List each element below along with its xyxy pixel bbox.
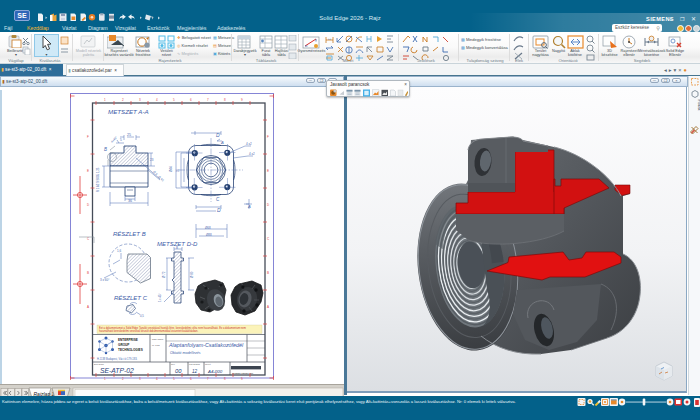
- svg-text:A: A: [247, 204, 251, 209]
- svg-text:B: B: [267, 271, 269, 275]
- svg-text:Ø88: Ø88: [206, 233, 212, 237]
- svg-text:használható kereskedelmi verzi: használható kereskedelmi verzióval készü…: [99, 329, 198, 333]
- svg-text:E: E: [267, 169, 269, 173]
- svg-text:TECHNOLOGIES: TECHNOLOGIES: [118, 348, 143, 352]
- svg-text:R 1 A2 9 S005 1,25: R 1 A2 9 S005 1,25: [96, 167, 100, 192]
- svg-text:1 x 45°: 1 x 45°: [158, 293, 162, 302]
- svg-text:Dok szám: Dok szám: [94, 363, 104, 365]
- svg-text:Ø68: Ø68: [205, 226, 211, 230]
- svg-text:23: 23: [150, 158, 154, 162]
- svg-text:RÉSZLET C: RÉSZLET C: [114, 295, 148, 301]
- svg-text:Ezt a dokumentumot a Solid Edg: Ezt a dokumentumot a Solid Edge Tanulói …: [99, 326, 246, 330]
- svg-text:F: F: [267, 135, 269, 139]
- svg-text:A: A: [87, 305, 89, 309]
- svg-text:SE-ATP-02: SE-ATP-02: [100, 367, 134, 374]
- svg-text:Méret: Méret: [205, 363, 211, 365]
- svg-text:GROUP: GROUP: [118, 343, 129, 347]
- svg-text:ENTERPRISE: ENTERPRISE: [118, 338, 138, 342]
- svg-text:00: 00: [175, 368, 182, 374]
- svg-text:4 x2: 4 x2: [246, 142, 252, 146]
- svg-text:MINDEN MÉRET mm: MINDEN MÉRET mm: [232, 372, 253, 374]
- svg-text:Alaptanfolyam-Csatlakozófedél: Alaptanfolyam-Csatlakozófedél: [168, 342, 244, 348]
- svg-text:A: A: [220, 140, 224, 145]
- svg-text:1,6: 1,6: [117, 249, 122, 253]
- svg-text:4 x2: 4 x2: [249, 152, 255, 156]
- svg-text:Ø 60: Ø 60: [190, 271, 194, 278]
- svg-text:3 x 60°: 3 x 60°: [100, 278, 110, 282]
- svg-text:↔: ↔: [327, 35, 332, 41]
- svg-text:RÉSZLET B: RÉSZLET B: [113, 231, 146, 237]
- svg-text:B: B: [104, 147, 107, 152]
- svg-text:METSZET A-A: METSZET A-A: [108, 108, 149, 115]
- svg-text:F: F: [87, 135, 89, 139]
- svg-text:12: 12: [192, 369, 198, 374]
- svg-text:H-1138 Budapest, Váci út 179-1: H-1138 Budapest, Váci út 179-183.: [97, 357, 138, 361]
- svg-text:A4-000: A4-000: [207, 369, 223, 374]
- svg-text:Fóliák: Fóliák: [697, 100, 700, 112]
- svg-text:Ø44: Ø44: [169, 166, 173, 172]
- svg-text:E: E: [87, 169, 89, 173]
- svg-text:Oktatói modellezés: Oktatói modellezés: [170, 351, 201, 355]
- svg-text:D: D: [216, 132, 220, 138]
- svg-text:A: A: [267, 305, 269, 309]
- svg-text:Ø 72: Ø 72: [162, 271, 166, 278]
- svg-text:36: 36: [128, 199, 132, 203]
- svg-text:0,5: 0,5: [140, 314, 144, 318]
- svg-text:B: B: [87, 271, 89, 275]
- svg-text:35: 35: [176, 168, 180, 172]
- svg-text:5: 5: [120, 138, 122, 142]
- svg-text:D: D: [217, 207, 221, 213]
- svg-text:25: 25: [127, 133, 131, 137]
- svg-text:8: 8: [176, 246, 178, 250]
- svg-text:M. Pha: M. Pha: [152, 344, 160, 347]
- svg-text:Lap száma: Lap száma: [189, 363, 200, 365]
- svg-text:Rajz szám: Rajz szám: [152, 338, 163, 341]
